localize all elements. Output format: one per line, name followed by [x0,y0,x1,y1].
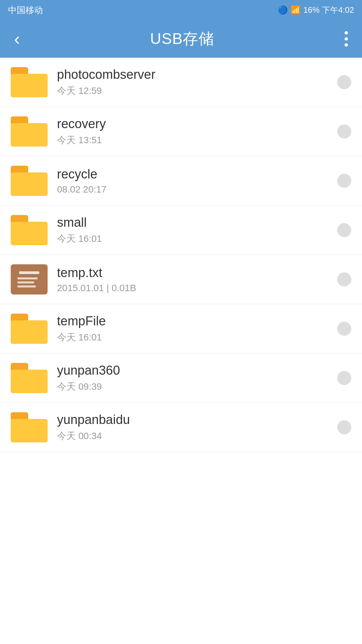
file-info: yunpan360 今天 09:39 [57,363,337,393]
folder-icon [11,116,48,147]
list-item[interactable]: yunpanbaidu 今天 00:34 [0,403,362,452]
file-info: recovery 今天 13:51 [57,117,337,147]
bluetooth-icon: 🔵 [278,5,288,15]
file-meta: 今天 09:39 [57,380,337,393]
file-meta: 今天 00:34 [57,430,337,442]
file-info: recycle 08.02 20:17 [57,167,337,195]
file-info: small 今天 16:01 [57,215,337,245]
selection-circle[interactable] [337,322,351,336]
file-meta: 08.02 20:17 [57,184,337,195]
status-bar: 中国移动 🔵 📶 16% 下午4:02 [0,0,362,20]
txt-icon [11,264,48,294]
file-meta: 今天 13:51 [57,134,337,147]
selection-circle[interactable] [337,223,351,237]
file-meta: 今天 16:01 [57,331,337,344]
file-name: tempFile [57,314,337,328]
list-item[interactable]: temp.txt 2015.01.01 | 0.01B [0,255,362,304]
selection-circle[interactable] [337,75,351,89]
file-info: temp.txt 2015.01.01 | 0.01B [57,266,337,293]
file-name: yunpanbaidu [57,413,337,427]
more-dot [345,31,348,35]
file-name: temp.txt [57,266,337,280]
signal-icon: 📶 [291,5,301,15]
battery-label: 16% [303,5,319,15]
list-item[interactable]: recovery 今天 13:51 [0,107,362,156]
selection-circle[interactable] [337,420,351,434]
file-meta: 今天 12:59 [57,85,337,97]
folder-icon [11,314,48,344]
time-label: 下午4:02 [322,5,354,15]
folder-icon [11,363,48,393]
file-meta: 今天 16:01 [57,232,337,245]
file-info: yunpanbaidu 今天 00:34 [57,413,337,442]
back-button[interactable]: ‹ [11,25,23,52]
file-info: tempFile 今天 16:01 [57,314,337,344]
selection-circle[interactable] [337,272,351,286]
page-title: USB存储 [150,29,215,49]
list-item[interactable]: yunpan360 今天 09:39 [0,354,362,403]
selection-circle[interactable] [337,371,351,385]
selection-circle[interactable] [337,124,351,139]
folder-icon [11,166,48,196]
file-name: recycle [57,167,337,181]
file-name: small [57,215,337,230]
selection-circle[interactable] [337,174,351,188]
file-info: photocombserver 今天 12:59 [57,67,337,97]
more-dot [345,43,348,47]
folder-icon [11,412,48,442]
list-item[interactable]: tempFile 今天 16:01 [0,304,362,354]
list-item[interactable]: photocombserver 今天 12:59 [0,58,362,107]
file-name: photocombserver [57,67,337,82]
folder-icon [11,215,48,245]
list-item[interactable]: small 今天 16:01 [0,206,362,255]
file-list: photocombserver 今天 12:59 recovery 今天 13:… [0,58,362,452]
carrier-label: 中国移动 [8,4,43,16]
more-dot [345,37,348,41]
file-meta: 2015.01.01 | 0.01B [57,283,337,293]
folder-icon [11,67,48,97]
file-name: yunpan360 [57,363,337,378]
app-bar: ‹ USB存储 [0,20,362,58]
status-icons: 🔵 📶 16% 下午4:02 [278,5,354,15]
more-button[interactable] [341,28,351,50]
file-name: recovery [57,117,337,131]
list-item[interactable]: recycle 08.02 20:17 [0,156,362,206]
